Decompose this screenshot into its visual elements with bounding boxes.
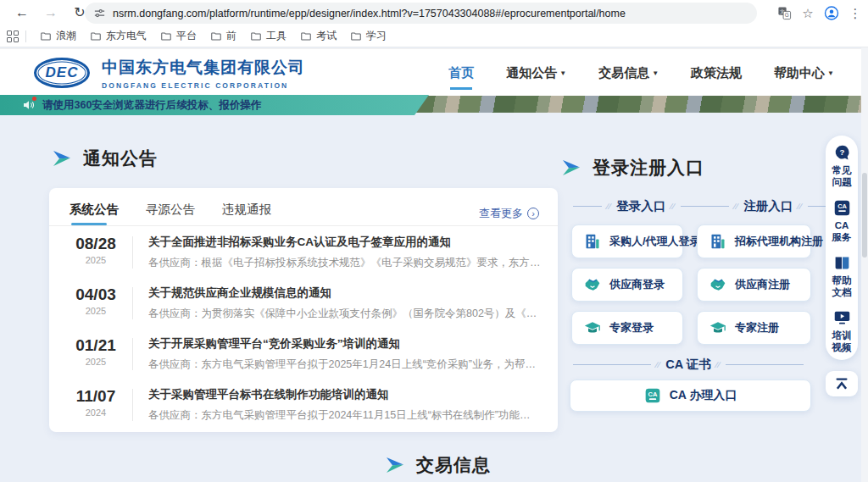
notice-summary: 各供应商：东方电气采购管理平台拟于2025年1月24日上线“竞价采购”业务，为帮… [148, 357, 541, 372]
circle-arrow-icon: › [527, 208, 539, 219]
buyer-agent-login-button[interactable]: 采购人/代理人登录 [571, 224, 683, 258]
bookmark-folder[interactable]: 浪潮 [33, 26, 83, 46]
notice-summary: 各供应商：东方电气采购管理平台拟于2024年11月15日上线“标书在线制作”功能… [148, 408, 541, 423]
notice-title[interactable]: 关于规范供应商企业规模信息的通知 [148, 285, 541, 301]
bookmark-label: 工具 [266, 29, 287, 43]
address-bar[interactable]: nsrm.dongfang.com/platform/runtime/epp/d… [85, 3, 757, 24]
url-text[interactable]: nsrm.dongfang.com/platform/runtime/epp/d… [113, 8, 626, 19]
dec-logo[interactable]: DEC [34, 58, 90, 88]
notice-date: 11/07 2024 [71, 387, 120, 418]
supplier-register-button[interactable]: 供应商注册 [697, 268, 811, 302]
forward-icon[interactable]: → [41, 3, 61, 23]
supplier-login-button[interactable]: 供应商登录 [571, 268, 683, 302]
ca-icon: CA [833, 199, 851, 217]
training-videos-button[interactable]: 培训视频 [832, 309, 852, 353]
notice-title[interactable]: 关于全面推进非招标采购业务CA认证及电子签章应用的通知 [148, 235, 541, 250]
building-icon [709, 233, 726, 250]
help-docs-button[interactable]: 帮助文档 [832, 254, 852, 298]
notice-item[interactable]: 11/07 2024 关于采购管理平台标书在线制作功能培训的通知 各供应商：东方… [49, 379, 558, 429]
notice-date: 01/21 2025 [71, 336, 120, 367]
bookmark-label: 学习 [366, 29, 387, 43]
site-settings-icon[interactable] [93, 7, 106, 19]
nav-item-notices[interactable]: 通知公告▼ [506, 60, 566, 86]
scrollbar-track[interactable] [861, 47, 868, 482]
announcement-text: 请使用360安全浏览器进行后续投标、报价操作 [42, 98, 261, 113]
bookmark-star-icon[interactable]: ☆ [800, 6, 815, 21]
notice-tabs: 系统公告 寻源公告 违规通报 查看更多 › [49, 188, 558, 225]
faq-button[interactable]: ? 常见问题 [832, 144, 852, 188]
back-icon[interactable]: ← [12, 3, 32, 23]
folder-icon [160, 30, 172, 42]
bookmark-folder[interactable]: 考试 [293, 26, 343, 46]
question-icon: ? [833, 144, 851, 162]
bookmark-label: 考试 [316, 29, 337, 43]
bookmark-label: 东方电气 [106, 29, 147, 43]
divider [132, 389, 133, 421]
bookmark-label: 前 [226, 29, 236, 43]
folder-icon [350, 30, 362, 42]
menu-dots-icon[interactable]: ⋮ [848, 6, 863, 21]
bookmark-label: 浪潮 [56, 29, 76, 43]
building-icon [584, 233, 601, 250]
notice-item[interactable]: 04/03 2025 关于规范供应商企业规模信息的通知 各供应商：为贯彻落实《保… [49, 277, 558, 328]
logo-text: DEC [46, 64, 79, 81]
section-arrow-icon [386, 457, 404, 474]
divider [132, 236, 133, 269]
svg-text:CA: CA [648, 391, 657, 398]
bookmark-folder[interactable]: 学习 [343, 26, 393, 46]
bidding-agency-register-button[interactable]: 招标代理机构注册 [697, 224, 811, 258]
apps-grid-icon[interactable] [7, 30, 19, 42]
notice-title[interactable]: 关于开展采购管理平台“竞价采购业务”培训的通知 [148, 336, 541, 352]
divider [25, 30, 26, 42]
tab-violation-reports[interactable]: 违规通报 [222, 202, 271, 225]
company-name-cn: 中国东方电气集团有限公司 [102, 57, 305, 79]
announcement-bar: 请使用360安全浏览器进行后续投标、报价操作 [0, 95, 429, 115]
tab-sourcing-notices[interactable]: 寻源公告 [146, 202, 195, 225]
video-icon [833, 309, 851, 327]
chevron-down-icon: ▼ [827, 69, 834, 77]
ca-section-header: ∕∕ CA 证书 ∕∕ [573, 357, 804, 373]
login-section-title: 登录注册入口 [562, 156, 704, 180]
notice-title[interactable]: 关于采购管理平台标书在线制作功能培训的通知 [148, 387, 541, 402]
ca-apply-button[interactable]: CA CA 办理入口 [570, 380, 811, 412]
folder-icon [250, 30, 262, 42]
company-name: 中国东方电气集团有限公司 DONGFANG ELECTRIC CORPORATI… [102, 57, 305, 90]
floating-toolbar: ? 常见问题 CA CA服务 帮助文档 [826, 136, 858, 360]
nav-item-help-center[interactable]: 帮助中心▼ [774, 60, 834, 86]
graduate-cap-icon [709, 319, 726, 336]
notice-item[interactable]: 08/28 2025 关于全面推进非招标采购业务CA认证及电子签章应用的通知 各… [49, 226, 558, 277]
scrollbar-thumb[interactable] [862, 173, 867, 258]
notice-item[interactable]: 01/21 2025 关于开展采购管理平台“竞价采购业务”培训的通知 各供应商：… [49, 328, 558, 379]
bookmarks-bar: 浪潮 东方电气 平台 前 工具 考试 学习 [0, 25, 868, 47]
folder-icon [40, 30, 52, 42]
svg-text:?: ? [839, 147, 844, 157]
graduate-cap-icon [584, 319, 601, 336]
folder-icon [210, 30, 222, 42]
alert-dot [32, 97, 36, 101]
folder-icon [300, 30, 312, 42]
expert-login-button[interactable]: 专家登录 [571, 311, 683, 345]
notice-summary: 各供应商：为贯彻落实《保障中小企业款项支付条例》（国务院令第802号）及《中小企… [148, 307, 541, 321]
profile-icon[interactable] [824, 6, 839, 21]
main-nav: 首页 通知公告▼ 交易信息▼ 政策法规 帮助中心▼ [448, 49, 834, 97]
site-header: DEC 中国东方电气集团有限公司 DONGFANG ELECTRIC CORPO… [0, 48, 868, 96]
nav-item-home[interactable]: 首页 [448, 60, 474, 86]
speaker-icon [22, 98, 36, 112]
bookmark-folder[interactable]: 东方电气 [83, 26, 153, 46]
expert-register-button[interactable]: 专家注册 [697, 311, 811, 345]
bookmark-folder[interactable]: 前 [203, 26, 243, 46]
nav-item-trade-info[interactable]: 交易信息▼ [598, 60, 659, 86]
view-more-link[interactable]: 查看更多 › [479, 206, 539, 221]
translate-icon[interactable]: 文 G [776, 6, 792, 21]
ca-service-button[interactable]: CA CA服务 [832, 199, 852, 243]
collapse-toolbar-button[interactable] [826, 371, 858, 396]
bookmark-folder[interactable]: 工具 [243, 26, 293, 46]
divider [132, 287, 133, 319]
folder-icon [90, 30, 102, 42]
ca-icon: CA [644, 387, 661, 404]
nav-item-policies[interactable]: 政策法规 [691, 60, 742, 86]
tab-system-notices[interactable]: 系统公告 [70, 202, 119, 225]
handshake-icon [584, 276, 601, 293]
bookmark-folder[interactable]: 平台 [153, 26, 203, 46]
book-icon [833, 254, 851, 272]
